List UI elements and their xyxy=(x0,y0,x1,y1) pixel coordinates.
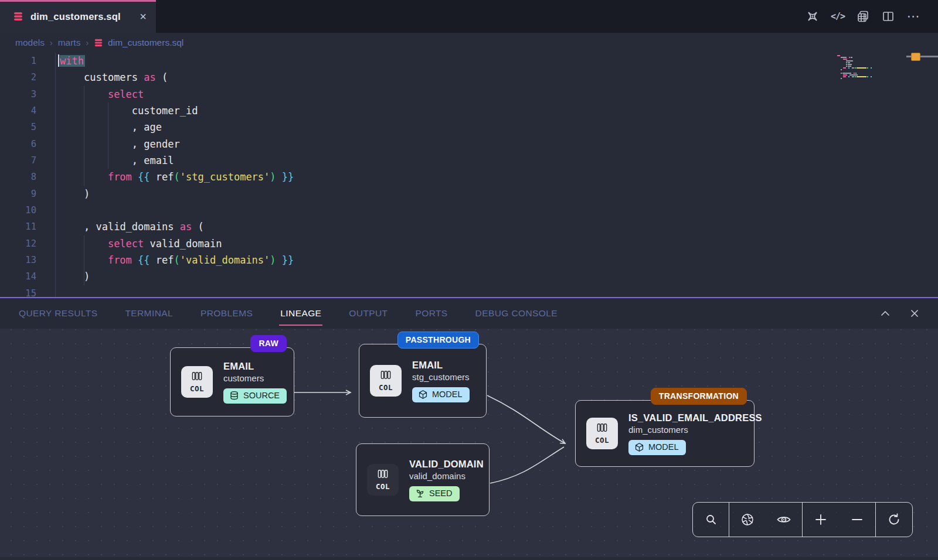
code-icon[interactable]: </> xyxy=(831,9,845,23)
tab-dim-customers[interactable]: dim_customers.sql × xyxy=(0,0,156,33)
line-number: 13 xyxy=(0,252,36,268)
code-line[interactable]: 10 xyxy=(0,202,938,218)
eye-icon[interactable] xyxy=(770,503,798,537)
code-line[interactable]: 11 , valid_domains as ( xyxy=(0,218,938,235)
code-line[interactable]: 6 , gender xyxy=(0,136,938,152)
code-line[interactable]: 12 select valid_domain xyxy=(0,235,938,252)
node-type-badge-model: MODEL xyxy=(628,440,686,455)
panel-tab-output[interactable]: OUTPUT xyxy=(349,298,388,329)
line-number: 6 xyxy=(0,136,36,152)
tab-close-icon[interactable]: × xyxy=(140,11,147,22)
line-number: 15 xyxy=(0,285,36,297)
node-column-name: EMAIL xyxy=(412,360,470,371)
node-model-name: dim_customers xyxy=(628,425,762,435)
panel-tab-lineage[interactable]: LINEAGE xyxy=(280,298,321,329)
line-number: 14 xyxy=(0,268,36,285)
scrollbar[interactable] xyxy=(903,53,938,297)
panel-tab-query-results[interactable]: QUERY RESULTS xyxy=(19,298,97,329)
code-line[interactable]: 8 from {{ ref('stg_customers') }} xyxy=(0,169,938,185)
node-tag-transformation: TRANSFORMATION xyxy=(651,388,747,405)
more-actions-icon[interactable]: ⋯ xyxy=(906,9,920,23)
breadcrumb: models›marts›dim_customers.sql xyxy=(0,33,938,53)
aperture-icon[interactable] xyxy=(733,503,762,537)
code-line[interactable]: 5 , age xyxy=(0,119,938,135)
code-line[interactable]: 2 customers as ( xyxy=(0,69,938,86)
node-type-badge-source: SOURCE xyxy=(223,388,287,404)
database-icon xyxy=(94,38,103,47)
node-column-name: EMAIL xyxy=(223,361,287,372)
code-line[interactable]: 7 , email xyxy=(0,152,938,169)
indent-guide xyxy=(108,103,108,169)
columns-icon xyxy=(377,469,389,482)
panel-tab-debug-console[interactable]: DEBUG CONSOLE xyxy=(475,298,558,329)
lineage-node-valid_domains[interactable]: COL VALID_DOMAIN valid_domains SEED xyxy=(356,443,490,516)
node-tag-passthrough: PASSTHROUGH xyxy=(397,332,479,349)
edge-stg_customers-to-dim_customers xyxy=(487,395,565,443)
minimap[interactable] xyxy=(837,55,898,81)
line-number: 5 xyxy=(0,119,36,135)
panel-tab-problems[interactable]: PROBLEMS xyxy=(200,298,253,329)
code-line[interactable]: 15 xyxy=(0,285,938,297)
cube-icon xyxy=(634,442,644,452)
search-icon[interactable] xyxy=(697,503,725,537)
cube-icon xyxy=(418,390,428,399)
split-editor-icon[interactable] xyxy=(881,9,895,23)
copy-table-icon[interactable] xyxy=(856,9,870,23)
text-cursor xyxy=(58,54,59,67)
column-chip: COL xyxy=(181,366,213,398)
columns-icon xyxy=(191,371,203,384)
line-number: 11 xyxy=(0,218,36,235)
zoom-in-icon[interactable] xyxy=(807,503,835,537)
line-number: 4 xyxy=(0,103,36,119)
code-line[interactable]: 9 ) xyxy=(0,186,938,202)
node-type-badge-model: MODEL xyxy=(412,387,470,402)
lineage-node-customers[interactable]: RAW COL EMAIL customers SOURCE xyxy=(170,347,294,416)
columns-icon xyxy=(380,370,392,383)
breadcrumb-item[interactable]: models xyxy=(15,37,45,48)
column-chip: COL xyxy=(367,464,399,496)
indent-guide xyxy=(55,53,56,297)
panel-tab-terminal[interactable]: TERMINAL xyxy=(125,298,173,329)
node-model-name: customers xyxy=(223,373,287,383)
scrollbar-selection-marker xyxy=(911,53,920,61)
code-line[interactable]: 13 from {{ ref('valid_domains') }} xyxy=(0,252,938,268)
panel-tab-ports[interactable]: PORTS xyxy=(415,298,447,329)
panel-close-icon[interactable] xyxy=(908,306,922,320)
node-tag-raw: RAW xyxy=(250,335,287,352)
lineage-node-dim_customers[interactable]: TRANSFORMATION COL IS_VALID_EMAIL_ADDRES… xyxy=(575,400,755,467)
code-editor[interactable]: 1with2 customers as (3 select4 customer_… xyxy=(0,53,938,297)
code-line[interactable]: 14 ) xyxy=(0,268,938,285)
line-number: 1 xyxy=(0,53,36,69)
tab-label: dim_customers.sql xyxy=(30,11,132,22)
line-number: 12 xyxy=(0,235,36,252)
lineage-node-stg_customers[interactable]: PASSTHROUGH COL EMAIL stg_customers MODE… xyxy=(359,344,487,418)
line-number: 8 xyxy=(0,169,36,185)
editor-actions: </> ⋯ xyxy=(806,0,938,33)
refresh-icon[interactable] xyxy=(880,503,908,537)
breadcrumb-file[interactable]: dim_customers.sql xyxy=(94,37,183,48)
breadcrumb-item[interactable]: marts xyxy=(58,37,81,48)
indent-guide xyxy=(84,86,84,186)
zoom-out-icon[interactable] xyxy=(843,503,871,537)
lineage-toolbar xyxy=(692,502,913,537)
columns-icon xyxy=(596,422,608,435)
line-number: 10 xyxy=(0,202,36,218)
panel-tab-bar: QUERY RESULTSTERMINALPROBLEMSLINEAGEOUTP… xyxy=(0,298,938,329)
node-column-name: VALID_DOMAIN xyxy=(409,459,484,470)
panel-collapse-icon[interactable] xyxy=(878,306,892,320)
line-number: 2 xyxy=(0,69,36,86)
code-line[interactable]: 1with xyxy=(0,53,938,69)
node-column-name: IS_VALID_EMAIL_ADDRESS xyxy=(628,412,762,424)
line-number: 9 xyxy=(0,186,36,202)
column-chip: COL xyxy=(586,418,618,449)
code-lines: 1with2 customers as (3 select4 customer_… xyxy=(0,53,938,297)
seedling-icon xyxy=(415,489,425,498)
lineage-canvas[interactable]: RAW COL EMAIL customers SOURCE PASSTHROU… xyxy=(0,329,938,557)
breadcrumb-separator: › xyxy=(86,38,89,47)
line-number: 3 xyxy=(0,86,36,103)
breadcrumb-separator: › xyxy=(50,38,53,47)
dbt-icon[interactable] xyxy=(806,9,820,23)
code-line[interactable]: 4 customer_id xyxy=(0,103,938,119)
column-chip: COL xyxy=(370,365,402,397)
code-line[interactable]: 3 select xyxy=(0,86,938,103)
